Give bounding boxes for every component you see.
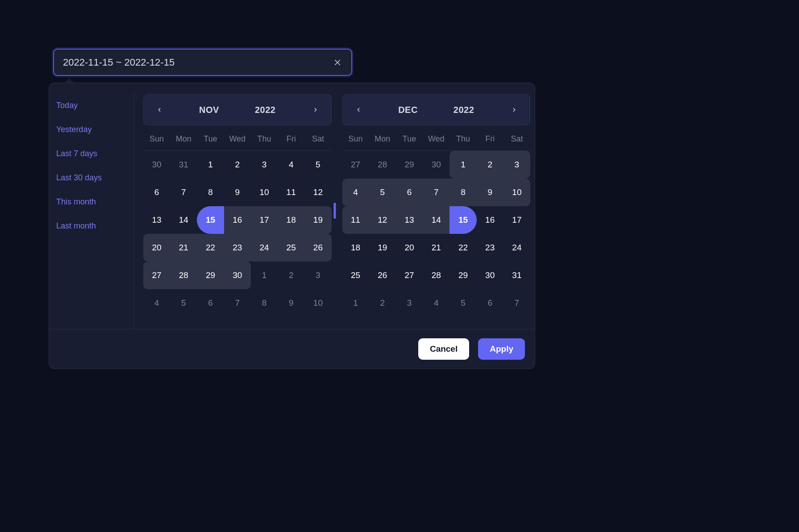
calendar-day[interactable]: 8 [449, 179, 476, 206]
calendar-day: 30 [423, 151, 449, 179]
preset-last-month[interactable]: Last month [56, 221, 127, 231]
calendar-day[interactable]: 25 [278, 234, 304, 262]
calendar-day[interactable]: 9 [224, 179, 251, 206]
calendar-day[interactable]: 23 [224, 234, 251, 262]
dow-label: Sun [342, 134, 369, 150]
preset-today[interactable]: Today [56, 101, 127, 110]
calendar-day[interactable]: 16 [224, 206, 251, 234]
calendar-day[interactable]: 5 [304, 151, 331, 179]
scroll-handle[interactable] [333, 203, 336, 219]
calendar-day[interactable]: 12 [369, 206, 396, 234]
calendar-day[interactable]: 21 [423, 234, 449, 262]
preset-last-30-days[interactable]: Last 30 days [56, 173, 127, 183]
dow-label: Sat [304, 134, 331, 150]
calendar-day: 31 [170, 151, 197, 179]
calendar-day[interactable]: 18 [278, 206, 304, 234]
calendar-left-month-label[interactable]: NOV [199, 105, 219, 115]
calendar-day[interactable]: 24 [504, 234, 530, 262]
dow-label: Thu [251, 134, 278, 150]
calendar-day[interactable]: 15 [449, 206, 476, 234]
calendar-day: 5 [170, 289, 197, 317]
calendar-day: 4 [423, 289, 449, 317]
calendar-day: 1 [342, 289, 369, 317]
calendar-day: 6 [197, 289, 224, 317]
calendar-day[interactable]: 16 [477, 206, 504, 234]
calendar-day[interactable]: 14 [170, 206, 197, 234]
calendar-day[interactable]: 22 [449, 234, 476, 262]
dow-label: Mon [369, 134, 396, 150]
calendar-day[interactable]: 13 [396, 206, 423, 234]
calendar-day[interactable]: 7 [170, 179, 197, 206]
date-range-input[interactable]: 2022-11-15 ~ 2022-12-15 [53, 49, 352, 76]
calendar-left-dow: SunMonTueWedThuFriSat [143, 134, 332, 151]
calendar-right: DEC 2022 SunMonTueWedThuFriSat 272829301… [342, 94, 531, 329]
calendar-day[interactable]: 11 [278, 179, 304, 206]
calendar-day[interactable]: 15 [197, 206, 224, 234]
calendar-day[interactable]: 1 [449, 151, 476, 179]
calendar-day[interactable]: 20 [396, 234, 423, 262]
calendar-day[interactable]: 4 [278, 151, 304, 179]
calendar-day[interactable]: 6 [396, 179, 423, 206]
calendar-day[interactable]: 3 [504, 151, 530, 179]
calendar-day[interactable]: 13 [143, 206, 170, 234]
calendar-day[interactable]: 22 [197, 234, 224, 262]
calendar-day[interactable]: 5 [369, 179, 396, 206]
calendar-day[interactable]: 28 [170, 262, 197, 289]
calendar-left-header: NOV 2022 [143, 94, 332, 125]
calendar-day[interactable]: 10 [251, 179, 278, 206]
calendar-day[interactable]: 11 [342, 206, 369, 234]
clear-icon[interactable] [333, 58, 342, 67]
cancel-button[interactable]: Cancel [418, 338, 469, 360]
calendar-day[interactable]: 24 [251, 234, 278, 262]
prev-month-button-right[interactable] [352, 103, 365, 116]
calendar-day[interactable]: 17 [504, 206, 530, 234]
calendar-day[interactable]: 29 [197, 262, 224, 289]
calendar-day[interactable]: 28 [423, 262, 449, 289]
calendar-day[interactable]: 18 [342, 234, 369, 262]
calendar-day: 5 [449, 289, 476, 317]
dow-label: Mon [170, 134, 197, 150]
calendar-day[interactable]: 8 [197, 179, 224, 206]
calendar-day[interactable]: 2 [224, 151, 251, 179]
apply-button[interactable]: Apply [478, 338, 525, 360]
preset-last-7-days[interactable]: Last 7 days [56, 149, 127, 158]
calendar-day[interactable]: 27 [143, 262, 170, 289]
calendar-day[interactable]: 9 [477, 179, 504, 206]
calendar-day[interactable]: 31 [504, 262, 530, 289]
calendar-day[interactable]: 30 [477, 262, 504, 289]
calendar-day[interactable]: 10 [504, 179, 530, 206]
calendar-day[interactable]: 4 [342, 179, 369, 206]
calendar-day[interactable]: 29 [449, 262, 476, 289]
calendar-day[interactable]: 20 [143, 234, 170, 262]
calendar-day: 2 [369, 289, 396, 317]
calendar-day[interactable]: 6 [143, 179, 170, 206]
date-range-value: 2022-11-15 ~ 2022-12-15 [63, 57, 175, 68]
calendar-day[interactable]: 19 [304, 206, 331, 234]
calendar-day[interactable]: 25 [342, 262, 369, 289]
preset-this-month[interactable]: This month [56, 197, 127, 207]
calendar-day[interactable]: 26 [304, 234, 331, 262]
calendar-day[interactable]: 1 [197, 151, 224, 179]
calendar-day[interactable]: 7 [423, 179, 449, 206]
calendar-day[interactable]: 14 [423, 206, 449, 234]
calendar-left-grid: 3031123456789101112131415161718192021222… [143, 151, 332, 317]
preset-yesterday[interactable]: Yesterday [56, 125, 127, 134]
next-month-button-left[interactable] [309, 103, 322, 116]
calendar-day[interactable]: 23 [477, 234, 504, 262]
calendar-day[interactable]: 2 [477, 151, 504, 179]
next-month-button[interactable] [508, 103, 521, 116]
calendar-day[interactable]: 26 [369, 262, 396, 289]
calendar-day[interactable]: 17 [251, 206, 278, 234]
calendar-day[interactable]: 27 [396, 262, 423, 289]
calendar-right-grid: 2728293012345678910111213141516171819202… [342, 151, 531, 317]
calendar-day[interactable]: 3 [251, 151, 278, 179]
calendar-right-year-label[interactable]: 2022 [454, 105, 474, 115]
prev-month-button[interactable] [153, 103, 166, 116]
calendar-day[interactable]: 21 [170, 234, 197, 262]
calendar-left-year-label[interactable]: 2022 [255, 105, 276, 115]
calendar-day[interactable]: 30 [224, 262, 251, 289]
calendar-day[interactable]: 19 [369, 234, 396, 262]
dow-label: Tue [396, 134, 423, 150]
calendar-right-month-label[interactable]: DEC [398, 105, 418, 115]
calendar-day[interactable]: 12 [304, 179, 331, 206]
